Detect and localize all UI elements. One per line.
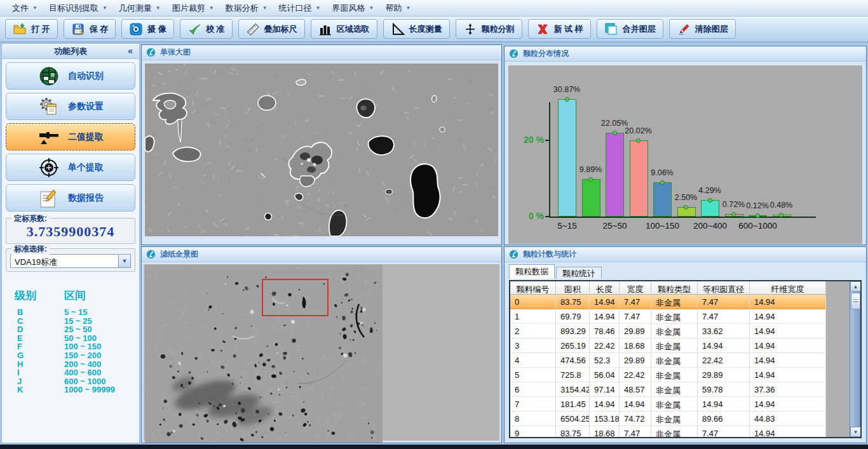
table-cell: 非金属 [651,295,698,309]
table-cell: 14.94 [590,309,620,324]
open-button[interactable]: 打 开 [5,19,58,39]
table-cell: 非金属 [651,382,698,397]
table-cell: 14.94 [750,397,826,412]
table-cell: 18.68 [590,426,620,437]
region-select-button[interactable]: 区域选取 [311,19,377,39]
particle-split-icon [463,22,477,36]
column-header[interactable]: 长度 [590,281,620,295]
column-header[interactable]: 纤维宽度 [750,281,826,295]
table-cell: 5 [510,368,556,382]
window-bottom-edge [0,445,868,449]
merge-layers-button[interactable]: 合并图层 [597,19,663,39]
menu-image-crop[interactable]: 图片裁剪▼ [166,1,220,16]
table-cell: 22.42 [698,353,750,368]
clear-layers-button[interactable]: 清除图层 [669,19,736,39]
table-row[interactable]: 5725.856.0422.42非金属29.8914.94 [510,368,826,382]
chevron-down-icon: ▼ [209,5,214,11]
x-axis-tick-label: 100~150 [636,221,689,231]
table-cell: 7.47 [620,295,651,309]
new-sample-button[interactable]: 新 试 样 [528,19,591,39]
menu-bar: 文件▼ 目标识别提取▼ 几何测量▼ 图片裁剪▼ 数据分析▼ 统计口径▼ 界面风格… [0,0,868,17]
calibration-label: 定标系数: [11,213,50,224]
menu-data-analysis[interactable]: 数据分析▼ [220,1,273,16]
y-axis-tick [545,140,550,141]
table-cell: 89.66 [698,412,750,426]
table-cell: 6 [510,382,556,397]
table-cell: 52.3 [590,353,620,368]
column-header[interactable]: 颗粒类型 [651,281,698,295]
grid-empty-area [826,281,850,437]
menu-statistics-scope[interactable]: 统计口径▼ [273,1,327,16]
panorama-image[interactable] [145,265,383,443]
table-cell: 7.47 [620,309,651,324]
particle-split-button[interactable]: 颗粒分割 [456,19,522,39]
bar-marker-dot [636,138,641,143]
distribution-chart-body: 20 %0 %30.87%9.89%22.05%20.02%9.06%2.50%… [506,64,864,243]
data-report-button[interactable]: 数据报告 [6,184,135,211]
table-cell: 33.62 [698,324,750,338]
level-col-header: 级别 [15,288,64,303]
panorama-panel-title: 滤纸全景图 [160,249,198,260]
table-row[interactable]: 63154.4297.1448.57非金属59.7837.36 [510,382,826,397]
tab-particle-data[interactable]: 颗粒数据 [509,264,555,279]
bar-value-label: 4.29% [687,186,733,195]
table-cell: 14.94 [750,368,826,382]
app-window: 文件▼ 目标识别提取▼ 几何测量▼ 图片裁剪▼ 数据分析▼ 统计口径▼ 界面风格… [0,0,868,449]
menu-ui-style[interactable]: 界面风格▼ [327,1,380,16]
scroll-down-icon[interactable]: ▼ [850,427,861,437]
table-cell: 14.94 [750,324,826,338]
overlay-ruler-button[interactable]: 叠加标尺 [238,19,305,39]
parameter-settings-button[interactable]: 参数设置 [6,93,135,120]
table-cell: 181.45 [556,397,590,412]
auto-detect-button[interactable]: 自动识别 [6,62,135,90]
save-button[interactable]: 保 存 [64,19,116,39]
table-row[interactable]: 3265.1922.4218.68非金属14.9414.94 [510,338,826,353]
table-cell: 29.89 [620,353,651,368]
table-cell: 7.47 [698,309,750,324]
table-row[interactable]: 86504.25153.1874.72非金属89.6644.83 [510,412,826,426]
table-cell: 9 [510,426,556,437]
menu-file[interactable]: 文件▼ [6,1,43,16]
level-row: H200 ~ 400 [15,360,139,369]
column-header[interactable]: 颗料编号 [510,281,556,295]
standard-groupbox: 标准选择: VDA19标准 ▼ [6,248,135,272]
table-row[interactable]: 7181.4514.9414.94非金属14.9414.94 [510,397,826,412]
level-row: C15 ~ 25 [15,317,139,326]
scroll-up-icon[interactable]: ▲ [850,281,861,292]
table-row[interactable]: 169.7914.947.47非金属7.4714.94 [510,309,826,324]
camera-button[interactable]: 摄 像 [121,19,174,39]
table-cell: 83.75 [556,295,590,309]
menu-target-recognition[interactable]: 目标识别提取▼ [43,1,113,16]
table-row[interactable]: 983.7518.687.47非金属7.4714.94 [510,426,826,437]
menu-help[interactable]: 帮助▼ [379,1,416,16]
tab-particle-statistics[interactable]: 颗粒统计 [556,267,602,279]
length-measure-button[interactable]: 长度测量 [383,19,450,39]
collapse-sidebar-icon[interactable]: « [128,46,133,56]
scrollbar-thumb[interactable] [851,293,860,309]
chart-bar [606,133,624,217]
calibrate-check-icon [187,22,201,36]
column-header[interactable]: 宽度 [620,281,651,295]
single-extract-button[interactable]: 单个提取 [6,154,135,181]
single-micro-image[interactable] [145,64,498,236]
bar-marker-dot [731,212,736,217]
table-row[interactable]: 2893.2978.4629.89非金属33.6214.94 [510,324,826,338]
column-header[interactable]: 面积 [556,281,590,295]
table-cell: 474.56 [556,353,590,368]
table-row[interactable]: 083.7514.947.47非金属7.4714.94 [510,295,826,309]
bar-value-label: 9.06% [639,168,685,177]
particle-data-grid: 颗料编号面积长度宽度颗粒类型等积圆直径纤维宽度083.7514.947.47非金… [509,280,862,438]
column-header[interactable]: 等积圆直径 [698,281,750,295]
table-scrollbar[interactable]: ▲ ▼ [850,281,860,437]
table-cell: 非金属 [651,324,698,338]
table-row[interactable]: 4474.5652.329.89非金属22.4214.94 [510,353,826,368]
binary-extract-button[interactable]: 二值提取 [6,123,135,151]
standard-select-arrow[interactable]: ▼ [118,255,130,267]
menu-geometry-measure[interactable]: 几何测量▼ [113,1,166,16]
particle-distribution-chart: 20 %0 %30.87%9.89%22.05%20.02%9.06%2.50%… [508,65,862,244]
table-cell: 4 [510,353,556,368]
chevron-down-icon: ▼ [262,5,268,11]
calibrate-button[interactable]: 校 准 [180,19,233,39]
x-axis-tick-label: 5~15 [541,221,594,231]
standard-select[interactable]: VDA19标准 ▼ [10,254,131,268]
